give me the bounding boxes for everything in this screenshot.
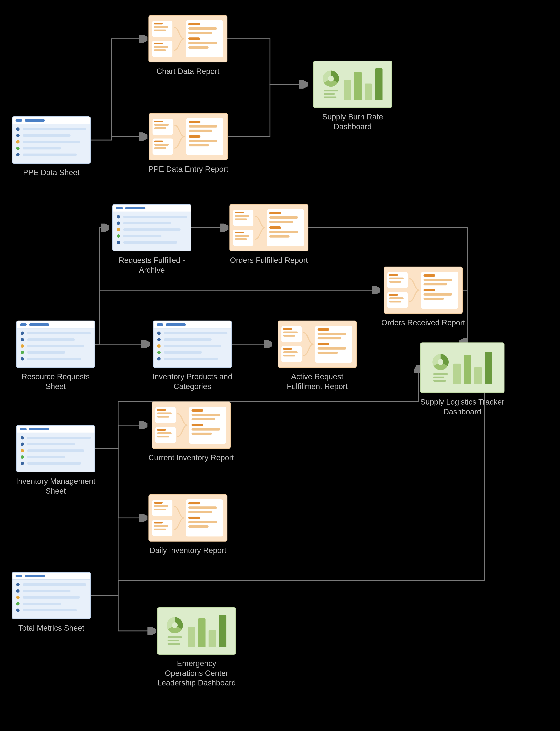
node-chart-data-report[interactable]: Chart Data Report bbox=[148, 15, 227, 76]
node-ppe-entry-report[interactable]: PPE Data Entry Report bbox=[148, 113, 228, 174]
node-logistics-dashboard[interactable]: Supply Logistics Tracker Dashboard bbox=[418, 342, 506, 417]
node-inventory-products[interactable]: Inventory Products and Categories bbox=[148, 321, 236, 391]
node-active-fulfillment[interactable]: Active Request Fulfillment Report bbox=[273, 321, 361, 391]
report-icon bbox=[229, 204, 308, 251]
dashboard-icon bbox=[420, 342, 504, 393]
node-label: Inventory Management Sheet bbox=[12, 476, 100, 496]
node-inventory-mgmt[interactable]: Inventory Management Sheet bbox=[12, 425, 100, 496]
node-label: Emergency Operations Center Leadership D… bbox=[157, 659, 236, 688]
node-label: Requests Fulfilled - Archive bbox=[108, 255, 196, 275]
node-burn-dashboard[interactable]: Supply Burn Rate Dashboard bbox=[309, 61, 397, 131]
report-icon bbox=[148, 494, 227, 542]
node-resource-requests[interactable]: Resource Requests Sheet bbox=[12, 321, 100, 391]
node-label: Orders Received Report bbox=[381, 318, 465, 328]
node-label: Current Inventory Report bbox=[148, 453, 234, 463]
node-label: Active Request Fulfillment Report bbox=[273, 372, 361, 391]
dashboard-icon bbox=[157, 607, 236, 655]
node-requests-archive[interactable]: Requests Fulfilled - Archive bbox=[108, 204, 196, 275]
report-icon bbox=[148, 15, 227, 62]
node-orders-fulfilled[interactable]: Orders Fulfilled Report bbox=[229, 204, 308, 265]
sheet-icon bbox=[12, 572, 91, 619]
node-label: Supply Burn Rate Dashboard bbox=[309, 112, 397, 131]
node-ppe-sheet[interactable]: PPE Data Sheet bbox=[12, 116, 91, 177]
node-label: Chart Data Report bbox=[156, 66, 219, 76]
report-icon bbox=[152, 402, 231, 449]
node-label: Inventory Products and Categories bbox=[148, 372, 236, 391]
node-label: Daily Inventory Report bbox=[149, 546, 226, 555]
node-label: PPE Data Sheet bbox=[23, 168, 80, 177]
dashboard-icon bbox=[313, 61, 392, 108]
node-total-metrics[interactable]: Total Metrics Sheet bbox=[12, 572, 91, 633]
node-label: PPE Data Entry Report bbox=[148, 164, 228, 174]
node-label: Resource Requests Sheet bbox=[12, 372, 100, 391]
sheet-icon bbox=[112, 204, 191, 251]
sheet-icon bbox=[12, 116, 91, 164]
report-icon bbox=[278, 321, 357, 368]
sheet-icon bbox=[16, 425, 95, 472]
report-icon bbox=[384, 267, 463, 314]
diagram-canvas: PPE Data Sheet Chart Data Report bbox=[0, 0, 560, 731]
node-label: Supply Logistics Tracker Dashboard bbox=[418, 397, 506, 417]
sheet-icon bbox=[153, 321, 232, 368]
node-orders-received[interactable]: Orders Received Report bbox=[381, 267, 465, 328]
node-label: Orders Fulfilled Report bbox=[230, 255, 308, 265]
node-daily-inventory[interactable]: Daily Inventory Report bbox=[148, 494, 227, 555]
node-label: Total Metrics Sheet bbox=[18, 623, 84, 633]
node-eoc-dashboard[interactable]: Emergency Operations Center Leadership D… bbox=[157, 607, 236, 688]
report-icon bbox=[149, 113, 228, 160]
node-current-inventory[interactable]: Current Inventory Report bbox=[148, 402, 234, 463]
sheet-icon bbox=[16, 321, 95, 368]
